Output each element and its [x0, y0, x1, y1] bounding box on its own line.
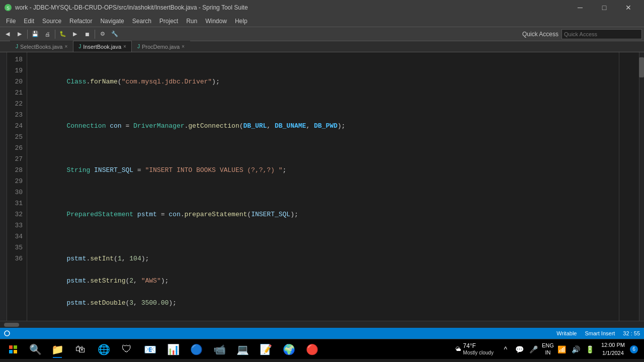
taskbar-app-mail[interactable]: 📧 — [139, 339, 161, 359]
code-editor[interactable]: Class.forName("com.mysql.jdbc.Driver"); … — [27, 52, 619, 321]
eclipse-icon: 🔴 — [306, 343, 318, 355]
tab-selectbooks[interactable]: J SelectBooks.java × — [10, 41, 73, 52]
toolbar-separator-2 — [55, 30, 55, 39]
weather-temp: 74°F — [463, 342, 494, 349]
chrome-icon: 🔵 — [190, 343, 203, 355]
minimize-button[interactable]: ─ — [569, 0, 592, 15]
monitor-icon: 📊 — [167, 343, 180, 355]
clock-time: 12:00 PM — [601, 341, 625, 349]
horizontal-scrollbar[interactable] — [0, 321, 644, 328]
taskbar-wifi[interactable]: 📶 — [556, 339, 568, 359]
menu-file[interactable]: File — [2, 15, 20, 27]
toolbar-btn-5[interactable]: 🔧 — [109, 29, 120, 40]
taskbar-app-antivirus[interactable]: 🛡 — [116, 339, 138, 359]
taskbar-app-chrome[interactable]: 🔵 — [185, 339, 207, 359]
toolbar-btn-run[interactable]: ▶ — [69, 29, 80, 40]
notification-badge[interactable]: 6 — [630, 339, 638, 359]
toolbar-btn-3[interactable]: 🖨 — [42, 29, 53, 40]
taskbar-weather[interactable]: 🌥 74°F Mostly cloudy — [451, 342, 498, 355]
search-taskbar-icon: 🔍 — [29, 343, 42, 355]
menu-run[interactable]: Run — [182, 15, 201, 27]
tab-icon-1: J — [16, 44, 18, 49]
taskbar: 🔍 📁 🛍 🌐 🛡 📧 📊 🔵 📹 💻 📝 — [0, 339, 644, 359]
status-writable: Writable — [556, 330, 577, 336]
menu-help[interactable]: Help — [231, 15, 252, 27]
quick-access-label: Quick Access — [522, 31, 558, 38]
menu-navigate[interactable]: Navigate — [96, 15, 128, 27]
network-icon: 🌍 — [283, 343, 295, 355]
svg-text:S: S — [7, 6, 10, 11]
taskbar-app-edge[interactable]: 🌐 — [93, 339, 115, 359]
taskbar-touch-icon[interactable]: 💬 — [514, 339, 526, 359]
terminal-icon: 💻 — [236, 343, 249, 355]
start-button[interactable] — [2, 339, 24, 359]
line-numbers: 18 19 20 21 22 23 24 25 26 27 28 29 30 3… — [7, 52, 27, 321]
svg-rect-6 — [14, 350, 17, 353]
taskbar-app-terminal[interactable]: 💻 — [231, 339, 254, 359]
taskbar-battery[interactable]: 🔋 — [584, 339, 596, 359]
menu-project[interactable]: Project — [155, 15, 182, 27]
tab-insertbook[interactable]: J InsertBook.java × — [73, 41, 132, 52]
taskbar-app-store[interactable]: 🛍 — [69, 339, 92, 359]
taskbar-app-eclipse[interactable]: 🔴 — [301, 339, 323, 359]
notification-count: 6 — [630, 345, 638, 353]
weather-condition: Mostly cloudy — [463, 350, 494, 356]
tab-icon-2: J — [78, 44, 81, 49]
taskbar-apps: 📁 🛍 🌐 🛡 📧 📊 🔵 📹 💻 📝 🌍 — [46, 339, 323, 359]
editor-wrapper[interactable]: 18 19 20 21 22 23 24 25 26 27 28 29 30 3… — [7, 52, 619, 321]
toolbar-separator-1 — [27, 30, 28, 39]
toolbar: ◀ ▶ 💾 🖨 🐛 ▶ ⏹ ⚙ 🔧 Quick Access — [0, 27, 644, 41]
menu-refactor[interactable]: Refactor — [65, 15, 96, 27]
svg-rect-4 — [14, 345, 17, 349]
clock-date: 1/1/2024 — [601, 349, 625, 357]
quick-access-input[interactable] — [561, 29, 642, 39]
taskbar-clock[interactable]: 12:00 PM 1/1/2024 — [598, 341, 628, 357]
toolbar-btn-debug[interactable]: 🐛 — [57, 29, 68, 40]
tab-procdemo[interactable]: J ProcDemo.java × — [132, 41, 190, 52]
menu-source[interactable]: Source — [38, 15, 65, 27]
menubar: File Edit Source Refactor Navigate Searc… — [0, 15, 644, 27]
menu-edit[interactable]: Edit — [20, 15, 38, 27]
tab-label-3: ProcDemo.java — [142, 44, 180, 50]
tab-close-1[interactable]: × — [64, 44, 67, 49]
scrollbar-thumb[interactable] — [4, 323, 19, 327]
tabbar: J SelectBooks.java × J InsertBook.java ×… — [0, 41, 644, 52]
svg-rect-3 — [9, 345, 13, 349]
toolbar-btn-1[interactable]: ◀ — [2, 29, 13, 40]
taskbar-chevron[interactable]: ^ — [500, 339, 512, 359]
left-gutter — [0, 52, 7, 321]
taskbar-microphone[interactable]: 🎤 — [528, 339, 540, 359]
title-bar: S work - JDBC-MYSQL-DB-CRUD-OPS/src/in/a… — [0, 0, 644, 15]
taskbar-app-network[interactable]: 🌍 — [278, 339, 300, 359]
titlebar-title: work - JDBC-MYSQL-DB-CRUD-OPS/src/in/ash… — [15, 4, 248, 11]
tab-close-2[interactable]: × — [123, 44, 126, 49]
weather-info: 74°F Mostly cloudy — [463, 342, 494, 355]
app-icon: S — [4, 4, 12, 12]
tab-label-2: InsertBook.java — [83, 44, 121, 50]
toolbar-btn-save[interactable]: 💾 — [30, 29, 41, 40]
tab-close-3[interactable]: × — [182, 44, 185, 49]
files-icon: 📁 — [51, 343, 64, 355]
close-button[interactable]: ✕ — [617, 0, 640, 15]
toolbar-btn-2[interactable]: ▶ — [14, 29, 25, 40]
menu-window[interactable]: Window — [201, 15, 231, 27]
status-insert-mode: Smart Insert — [585, 330, 615, 336]
taskbar-search[interactable]: 🔍 — [24, 339, 46, 359]
taskbar-app-zoom[interactable]: 📹 — [208, 339, 230, 359]
taskbar-eng-input[interactable]: ENGIN — [542, 339, 554, 359]
edge-icon: 🌐 — [98, 343, 110, 355]
notepad-icon: 📝 — [260, 343, 272, 355]
toolbar-btn-4[interactable]: ⚙ — [97, 29, 108, 40]
store-icon: 🛍 — [75, 343, 86, 355]
tab-label-1: SelectBooks.java — [20, 44, 62, 50]
taskbar-app-monitor[interactable]: 📊 — [162, 339, 184, 359]
titlebar-controls[interactable]: ─ □ ✕ — [569, 0, 640, 15]
menu-search[interactable]: Search — [128, 15, 155, 27]
taskbar-volume[interactable]: 🔊 — [570, 339, 582, 359]
maximize-button[interactable]: □ — [593, 0, 616, 15]
toolbar-btn-stop[interactable]: ⏹ — [82, 29, 93, 40]
taskbar-app-notepad[interactable]: 📝 — [255, 339, 277, 359]
mail-icon: 📧 — [144, 343, 156, 355]
taskbar-app-files[interactable]: 📁 — [46, 339, 68, 359]
statusbar: Writable Smart Insert 32 : 55 — [0, 328, 644, 339]
